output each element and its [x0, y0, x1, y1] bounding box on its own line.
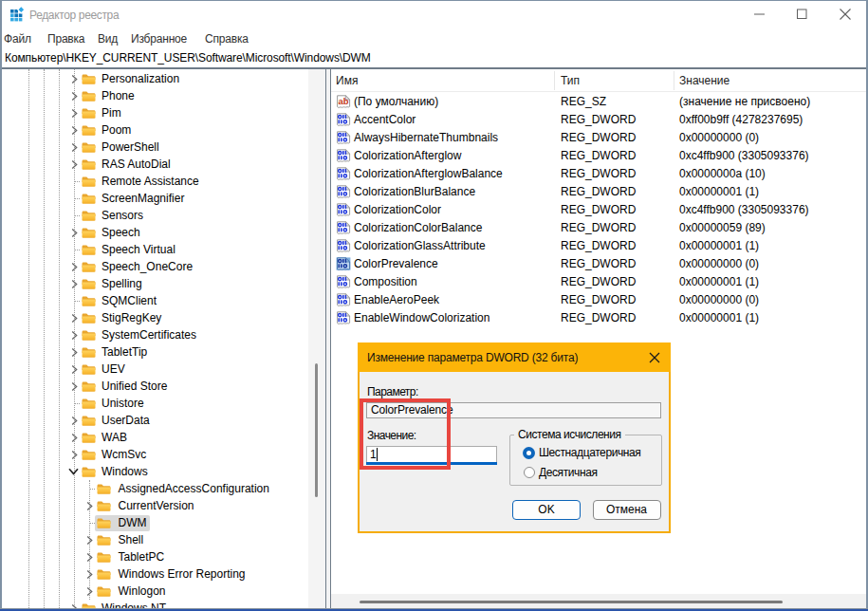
svg-text:ab: ab: [338, 96, 348, 106]
